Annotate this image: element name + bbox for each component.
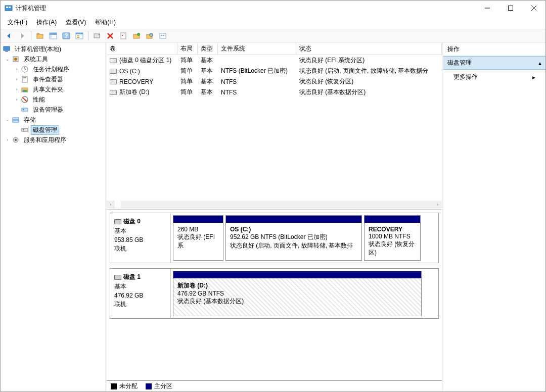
svg-point-47 [23, 129, 24, 130]
svg-rect-26 [161, 35, 162, 36]
col-fs[interactable]: 文件系统 [218, 43, 296, 55]
volume-icon [110, 90, 117, 95]
actions-section[interactable]: 磁盘管理 ▴ [443, 56, 545, 70]
disk-block: 磁盘 0基本953.85 GB联机260 MB状态良好 (EFI 系OS (C:… [110, 213, 439, 263]
disk-info[interactable]: 磁盘 1基本476.92 GB联机 [110, 269, 171, 318]
tree-storage[interactable]: ⌄ 存储 [1, 115, 105, 125]
expander-icon[interactable]: › [5, 137, 11, 143]
partition[interactable]: 新加卷 (D:)476.92 GB NTFS状态良好 (基本数据分区) [173, 271, 422, 316]
tools-icon [12, 55, 20, 63]
col-type[interactable]: 类型 [198, 43, 218, 55]
folder-up-icon[interactable] [34, 30, 46, 41]
services-icon [12, 136, 20, 144]
main-split: 计算机管理(本地) ⌄ 系统工具 › 任务计划程序 › 事件查看器 › 共享文件… [1, 43, 545, 391]
volume-row[interactable]: (磁盘 0 磁盘分区 1)简单基本状态良好 (EFI 系统分区) [107, 55, 442, 66]
minimize-button[interactable] [476, 1, 499, 16]
partition[interactable]: 260 MB状态良好 (EFI 系 [173, 215, 223, 261]
menu-help[interactable]: 帮助(H) [91, 17, 120, 28]
volume-row[interactable]: 新加卷 (D:)简单基本NTFS状态良好 (基本数据分区) [107, 87, 442, 97]
col-volume[interactable]: 卷 [107, 43, 177, 55]
tree-task-scheduler[interactable]: › 任务计划程序 [1, 64, 105, 74]
partition[interactable]: RECOVERY1000 MB NTFS状态良好 (恢复分区) [364, 215, 421, 261]
nav-back-button[interactable] [4, 30, 15, 41]
computer-icon [3, 45, 11, 53]
svg-rect-4 [509, 6, 513, 11]
new-folder-icon[interactable] [131, 30, 142, 41]
performance-icon [21, 95, 29, 104]
actions-more[interactable]: 更多操作 ▸ [443, 70, 545, 84]
svg-rect-10 [50, 35, 52, 39]
volume-list: 卷 布局 类型 文件系统 状态 (磁盘 0 磁盘分区 1)简单基本状态良好 (E… [107, 43, 442, 210]
expander-icon[interactable]: › [14, 86, 20, 92]
svg-rect-29 [5, 51, 8, 52]
expander-icon[interactable]: › [14, 96, 20, 103]
help-icon[interactable]: ? [61, 30, 72, 41]
toolbar: ? [1, 29, 545, 43]
partition[interactable]: OS (C:)952.62 GB NTFS (BitLocker 已加密)状态良… [225, 215, 362, 261]
refresh-icon[interactable] [92, 30, 103, 41]
tree-disk-management[interactable]: 磁盘管理 [1, 125, 105, 135]
volume-icon [110, 58, 117, 63]
volume-icon [110, 79, 117, 84]
svg-rect-36 [23, 77, 26, 78]
legend-unallocated: 未分配 [111, 382, 138, 390]
tree-event-viewer[interactable]: › 事件查看器 [1, 74, 105, 84]
settings-icon[interactable] [157, 30, 168, 41]
svg-rect-7 [37, 34, 43, 38]
svg-point-22 [137, 33, 140, 36]
expander-icon[interactable]: › [14, 66, 20, 72]
expander-icon[interactable]: ⌄ [5, 117, 11, 123]
volume-row[interactable]: OS (C:)简单基本NTFS (BitLocker 已加密)状态良好 (启动,… [107, 66, 442, 76]
svg-point-39 [25, 90, 27, 92]
maximize-button[interactable] [499, 1, 522, 16]
disk-info[interactable]: 磁盘 0基本953.85 GB联机 [110, 213, 171, 263]
clock-icon [21, 65, 29, 73]
tree-device-manager[interactable]: 设备管理器 [1, 105, 105, 115]
disk-graphical-view: 磁盘 0基本953.85 GB联机260 MB状态良好 (EFI 系OS (C:… [107, 210, 442, 380]
svg-rect-28 [4, 46, 10, 51]
delete-icon[interactable] [105, 30, 116, 41]
volume-list-body[interactable]: (磁盘 0 磁盘分区 1)简单基本状态良好 (EFI 系统分区)OS (C:)简… [107, 55, 442, 200]
actions-header: 操作 [443, 43, 545, 56]
tree-services[interactable]: › 服务和应用程序 [1, 135, 105, 145]
disk-icon [114, 275, 121, 280]
scroll-right-icon[interactable]: › [434, 201, 442, 209]
app-window: 计算机管理 文件(F) 操作(A) 查看(V) 帮助(H) ? [0, 0, 546, 392]
svg-rect-42 [22, 108, 28, 111]
actions-panel: 操作 磁盘管理 ▴ 更多操作 ▸ [442, 43, 545, 391]
disk-block: 磁盘 1基本476.92 GB联机新加卷 (D:)476.92 GB NTFS状… [110, 268, 439, 319]
col-layout[interactable]: 布局 [177, 43, 198, 55]
hscrollbar[interactable]: ‹ › [107, 200, 442, 209]
svg-point-31 [14, 58, 17, 61]
tree-root[interactable]: 计算机管理(本地) [1, 44, 105, 54]
expander-icon[interactable]: › [14, 76, 20, 82]
volume-row[interactable]: RECOVERY简单基本NTFS状态良好 (恢复分区) [107, 76, 442, 87]
tree-system-tools[interactable]: ⌄ 系统工具 [1, 54, 105, 64]
menubar: 文件(F) 操作(A) 查看(V) 帮助(H) [1, 16, 545, 29]
expander-icon[interactable]: ⌄ [5, 56, 11, 62]
volume-icon [110, 69, 117, 74]
properties-icon[interactable] [118, 30, 129, 41]
console-tree[interactable]: 计算机管理(本地) ⌄ 系统工具 › 任务计划程序 › 事件查看器 › 共享文件… [1, 43, 107, 391]
menu-action[interactable]: 操作(A) [32, 17, 61, 28]
app-icon [5, 4, 13, 12]
svg-rect-44 [13, 118, 19, 120]
volume-list-header: 卷 布局 类型 文件系统 状态 [107, 43, 442, 55]
svg-line-41 [23, 97, 27, 102]
menu-view[interactable]: 查看(V) [62, 17, 90, 28]
show-hide-tree-icon[interactable] [48, 30, 59, 41]
disk-mgmt-icon [21, 126, 29, 134]
view-list-icon[interactable] [74, 30, 85, 41]
svg-rect-27 [163, 35, 164, 36]
svg-rect-2 [9, 7, 11, 8]
collapse-icon[interactable]: ▴ [538, 60, 541, 67]
col-status[interactable]: 状态 [296, 43, 442, 55]
tree-shared-folders[interactable]: › 共享文件夹 [1, 84, 105, 94]
scroll-left-icon[interactable]: ‹ [107, 201, 115, 209]
close-button[interactable] [522, 1, 545, 16]
tree-performance[interactable]: › 性能 [1, 94, 105, 105]
svg-rect-45 [13, 120, 19, 122]
menu-file[interactable]: 文件(F) [4, 17, 31, 28]
find-icon[interactable] [144, 30, 155, 41]
nav-forward-button[interactable] [17, 30, 28, 41]
